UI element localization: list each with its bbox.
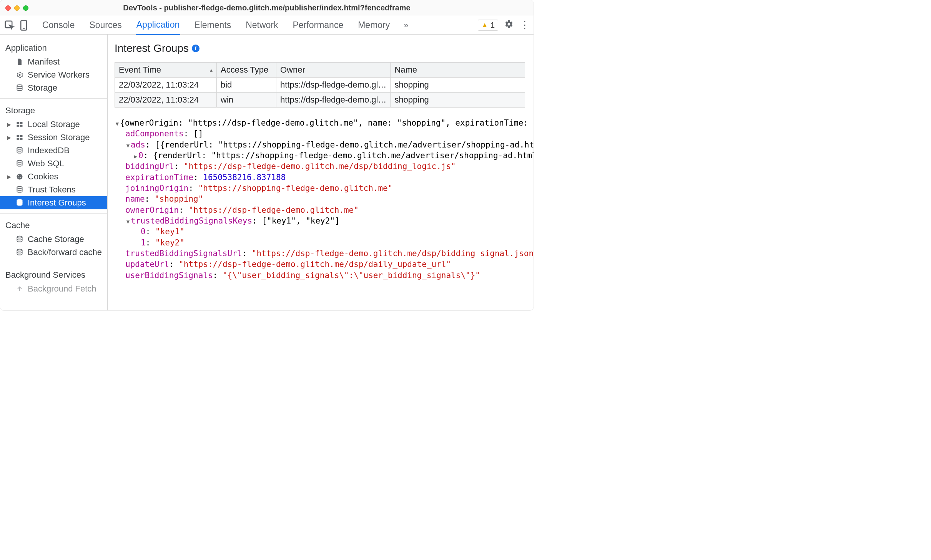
sidebar-item-trust-tokens[interactable]: Trust Tokens (0, 183, 107, 196)
application-sidebar: Application Manifest Service Workers Sto… (0, 35, 108, 310)
gear-icon (15, 71, 24, 79)
sidebar-item-label: Background Fetch (28, 284, 96, 294)
storage-icon (15, 199, 24, 207)
panel-title: Interest Groups (115, 42, 189, 55)
storage-icon (15, 159, 24, 168)
sidebar-item-label: Back/forward cache (28, 247, 102, 257)
caret-down-icon[interactable]: ▼ (125, 218, 131, 225)
svg-point-20 (17, 187, 22, 189)
svg-point-19 (20, 177, 21, 178)
svg-rect-10 (20, 135, 23, 137)
svg-point-18 (18, 177, 19, 178)
caret-down-icon[interactable]: ▼ (115, 120, 120, 128)
tab-sources[interactable]: Sources (88, 16, 122, 34)
settings-icon[interactable] (504, 20, 514, 31)
sidebar-item-indexeddb[interactable]: IndexedDB (0, 144, 107, 157)
cell-access-type: bid (217, 78, 276, 93)
cell-name: shopping (391, 93, 525, 108)
grid-icon (15, 120, 24, 129)
cell-event-time: 22/03/2022, 11:03:24 (115, 78, 217, 93)
table-row[interactable]: 22/03/2022, 11:03:24 win https://dsp-fle… (115, 93, 525, 108)
svg-point-23 (17, 249, 22, 251)
inspect-element-icon[interactable] (4, 20, 15, 31)
sidebar-item-session-storage[interactable]: ▶ Session Storage (0, 131, 107, 144)
sidebar-item-interest-groups[interactable]: Interest Groups (0, 196, 107, 209)
sidebar-item-websql[interactable]: Web SQL (0, 157, 107, 170)
sidebar-item-bfcache[interactable]: Back/forward cache (0, 246, 107, 259)
tab-application[interactable]: Application (136, 16, 181, 35)
column-event-time[interactable]: Event Time (115, 63, 217, 78)
grid-icon (15, 133, 24, 142)
minimize-window-button[interactable] (14, 5, 20, 11)
window-titlebar: DevTools - publisher-fledge-demo.glitch.… (0, 0, 534, 16)
cell-name: shopping (391, 78, 525, 93)
window-controls (5, 5, 28, 11)
tab-console[interactable]: Console (42, 16, 75, 34)
svg-rect-11 (17, 138, 20, 140)
svg-point-3 (19, 74, 21, 76)
close-window-button[interactable] (5, 5, 11, 11)
svg-point-13 (17, 147, 22, 149)
interest-groups-table: Event Time Access Type Owner Name 22/03/… (115, 62, 525, 108)
sidebar-group-storage: Storage (0, 102, 107, 118)
svg-rect-7 (17, 125, 20, 127)
table-row[interactable]: 22/03/2022, 11:03:24 bid https://dsp-fle… (115, 78, 525, 93)
tab-performance[interactable]: Performance (292, 16, 344, 34)
warning-icon: ▲ (481, 21, 488, 29)
more-options-icon[interactable]: ⋮ (520, 19, 530, 31)
sidebar-item-local-storage[interactable]: ▶ Local Storage (0, 118, 107, 131)
upload-icon (15, 285, 24, 293)
cell-owner: https://dsp-fledge-demo.gl… (276, 93, 391, 108)
sidebar-item-label: Manifest (28, 57, 60, 67)
svg-rect-6 (20, 122, 23, 124)
column-name[interactable]: Name (391, 63, 525, 78)
sidebar-item-label: IndexedDB (28, 146, 70, 156)
storage-icon (15, 84, 24, 92)
expand-icon[interactable]: ▶ (6, 174, 12, 180)
cell-access-type: win (217, 93, 276, 108)
expand-icon[interactable]: ▶ (6, 121, 12, 128)
storage-icon (15, 186, 24, 194)
sidebar-item-manifest[interactable]: Manifest (0, 55, 107, 68)
sidebar-item-storage[interactable]: Storage (0, 81, 107, 94)
info-icon[interactable]: i (192, 45, 200, 52)
caret-down-icon[interactable]: ▼ (125, 142, 131, 149)
sidebar-item-label: Interest Groups (28, 198, 86, 208)
object-viewer[interactable]: ▼{ownerOrigin: "https://dsp-fledge-demo.… (115, 118, 534, 281)
svg-point-14 (17, 161, 22, 162)
device-toolbar-icon[interactable] (18, 20, 30, 31)
tab-network[interactable]: Network (245, 16, 279, 34)
sidebar-item-cache-storage[interactable]: Cache Storage (0, 233, 107, 246)
main-tabs: Console Sources Application Elements Net… (42, 16, 409, 35)
sidebar-group-background: Background Services (0, 266, 107, 282)
maximize-window-button[interactable] (23, 5, 28, 11)
tab-elements[interactable]: Elements (193, 16, 232, 34)
svg-rect-8 (20, 125, 23, 127)
expand-icon[interactable]: ▶ (6, 134, 12, 141)
cell-event-time: 22/03/2022, 11:03:24 (115, 93, 217, 108)
cookie-icon (15, 172, 24, 181)
sidebar-item-label: Trust Tokens (28, 185, 76, 195)
sidebar-group-cache: Cache (0, 217, 107, 233)
caret-right-icon[interactable]: ▶ (133, 153, 138, 160)
devtools-tabstrip: Console Sources Application Elements Net… (0, 16, 534, 35)
sidebar-item-background-fetch[interactable]: Background Fetch (0, 282, 107, 295)
sidebar-group-application: Application (0, 39, 107, 55)
sidebar-item-label: Service Workers (28, 70, 90, 80)
file-icon (15, 58, 24, 66)
issues-counter[interactable]: ▲ 1 (478, 20, 498, 31)
tabs-overflow-button[interactable]: » (404, 20, 408, 30)
svg-rect-12 (20, 138, 23, 140)
column-owner[interactable]: Owner (276, 63, 391, 78)
sidebar-item-label: Session Storage (28, 133, 90, 142)
svg-point-16 (18, 175, 19, 176)
sidebar-item-cookies[interactable]: ▶ Cookies (0, 170, 107, 183)
storage-icon (15, 146, 24, 155)
sidebar-item-service-workers[interactable]: Service Workers (0, 68, 107, 81)
tab-memory[interactable]: Memory (357, 16, 391, 34)
sidebar-item-label: Cookies (28, 172, 58, 182)
svg-point-17 (20, 176, 21, 176)
column-access-type[interactable]: Access Type (217, 63, 276, 78)
issues-count: 1 (490, 21, 495, 30)
sidebar-item-label: Local Storage (28, 119, 80, 129)
